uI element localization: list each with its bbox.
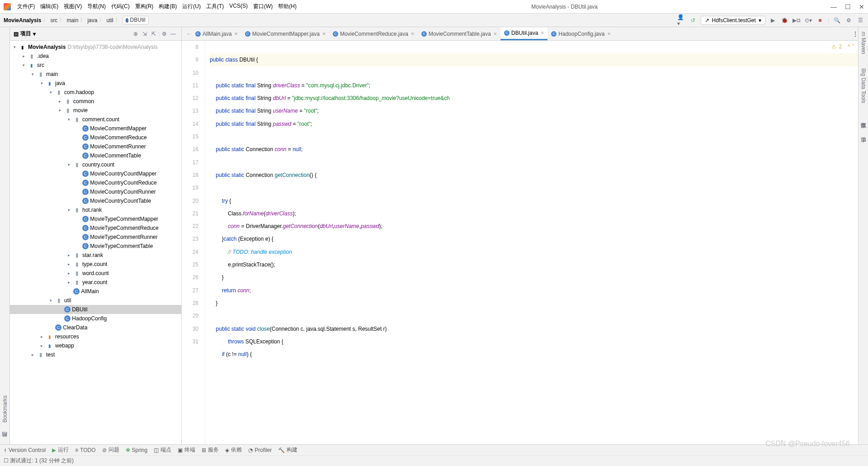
status-problems[interactable]: ⊘ 问题 (102, 446, 119, 454)
tree-class[interactable]: C MovieCountryCountTable (10, 196, 181, 205)
tab-close-left-icon[interactable]: ← (186, 31, 192, 37)
tree-class[interactable]: C AllMain (10, 287, 181, 296)
close-icon[interactable]: × (541, 30, 544, 36)
panel-title[interactable]: ▤ 项目 ▾ (14, 30, 36, 38)
tree-package[interactable]: ▾com.hadoop (10, 88, 181, 97)
search-icon[interactable]: 🔍 (833, 16, 841, 24)
status-version-control[interactable]: ᚼ Version Control (4, 447, 46, 453)
breadcrumb-root[interactable]: MovieAnalysis (4, 17, 41, 24)
select-file-icon[interactable]: ⊕ (131, 29, 140, 38)
sidebar-project[interactable]: 项目 (0, 29, 9, 34)
code-content[interactable]: public class DBUtil { public static fina… (205, 41, 858, 444)
tree-class[interactable]: C MovieTypeCommentReduce (10, 223, 181, 233)
menu-build[interactable]: 构建(B) (157, 2, 179, 11)
status-run[interactable]: ▶ 运行 (52, 446, 69, 454)
tree-package[interactable]: ▸word.count (10, 269, 181, 278)
tree-package[interactable]: ▸common (10, 97, 181, 106)
tree-class-selected[interactable]: C DBUtil (10, 305, 181, 314)
tree-package[interactable]: ▸star.rank (10, 251, 181, 260)
menu-tools[interactable]: 工具(T) (204, 2, 226, 11)
hide-icon[interactable]: — (169, 29, 178, 38)
menu-code[interactable]: 代码(C) (109, 2, 132, 11)
tab[interactable]: CAllMain.java× (192, 27, 241, 40)
tree-folder[interactable]: ▸▮resources (10, 332, 181, 341)
breadcrumb-item[interactable]: util (106, 17, 113, 24)
tree-class[interactable]: C MovieTypeCommentMapper (10, 214, 181, 223)
tree-package[interactable]: ▾country.count (10, 160, 181, 169)
tree-package[interactable]: ▾util (10, 296, 181, 305)
stop-icon[interactable]: ■ (816, 16, 824, 24)
tree-class[interactable]: C MovieCommentMapper (10, 124, 181, 133)
expand-all-icon[interactable]: ⇲ (140, 29, 149, 38)
menu-window[interactable]: 窗口(W) (251, 2, 274, 11)
breadcrumb-item[interactable]: src (50, 17, 57, 24)
project-tree[interactable]: ▾▮MovieAnalysisD:\rtsy\bysj\7738-code\Mo… (10, 41, 181, 444)
tree-class[interactable]: C MovieCountryCountMapper (10, 169, 181, 178)
ide-tools-icon[interactable]: ☰ (856, 16, 864, 24)
close-icon[interactable]: ✕ (859, 3, 864, 10)
status-spring[interactable]: ❃ Spring (126, 447, 148, 453)
menu-help[interactable]: 帮助(H) (276, 2, 298, 11)
sidebar-bigdata[interactable]: Big Data Tools (859, 66, 868, 106)
tree-folder[interactable]: ▾▮src (10, 61, 181, 70)
menu-vcs[interactable]: VCS(S) (227, 2, 250, 11)
status-profiler[interactable]: ◔ Profiler (248, 447, 272, 453)
tab[interactable]: CHadoopConfig.java× (547, 27, 614, 40)
user-icon[interactable]: 👤▾ (677, 16, 685, 24)
tree-folder[interactable]: ▾▮java (10, 79, 181, 88)
maximize-icon[interactable]: ☐ (845, 3, 851, 10)
tab[interactable]: CMovieCommentReduce.java× (329, 27, 418, 40)
sidebar-maven[interactable]: m Maven (859, 29, 868, 57)
tree-class[interactable]: C MovieCommentTable (10, 151, 181, 160)
collapse-all-icon[interactable]: ⇱ (149, 29, 158, 38)
tab-active[interactable]: CDBUtil.java× (500, 27, 547, 40)
tab-more-icon[interactable]: ⋮ (853, 31, 858, 37)
code-editor[interactable]: 8910111213141516171819202122232425262728… (182, 41, 858, 444)
close-icon[interactable]: × (411, 31, 414, 37)
tree-folder[interactable]: ▾main (10, 70, 181, 79)
breadcrumb-item[interactable]: java (87, 17, 97, 24)
breadcrumb-item[interactable]: main (66, 17, 78, 24)
tree-class[interactable]: C MovieTypeCommentRunner (10, 233, 181, 242)
tree-package[interactable]: ▾hot.rank (10, 205, 181, 214)
close-icon[interactable]: × (235, 31, 238, 37)
tree-class[interactable]: C MovieCountryCountRunner (10, 187, 181, 196)
sidebar-add[interactable]: 添加 (859, 130, 868, 135)
tree-class[interactable]: C MovieCountryCountReduce (10, 178, 181, 187)
menu-run[interactable]: 运行(U) (180, 2, 203, 11)
status-todo[interactable]: ≡ TODO (75, 447, 95, 453)
tree-package[interactable]: ▾comment.count (10, 115, 181, 124)
run-icon[interactable]: ▶ (769, 16, 777, 24)
tree-class[interactable]: C MovieCommentReduce (10, 133, 181, 142)
close-icon[interactable]: × (494, 31, 497, 37)
close-icon[interactable]: × (322, 31, 326, 37)
tab[interactable]: CMovieCommentMapper.java× (241, 27, 329, 40)
menu-view[interactable]: 视图(V) (62, 2, 84, 11)
tree-folder[interactable]: ▸test (10, 350, 181, 359)
close-icon[interactable]: × (607, 31, 610, 37)
status-services[interactable]: ⊞ 服务 (202, 446, 219, 454)
status-dependencies[interactable]: ◈ 依赖 (225, 446, 242, 454)
reload-icon[interactable]: ↺ (689, 16, 697, 24)
tree-root[interactable]: ▾▮MovieAnalysisD:\rtsy\bysj\7738-code\Mo… (10, 43, 181, 52)
status-terminal[interactable]: ▣ 终端 (178, 446, 195, 454)
tree-class[interactable]: C HadoopConfig (10, 314, 181, 323)
tree-package[interactable]: ▸type.count (10, 260, 181, 269)
settings-icon[interactable]: ⚙ (844, 16, 853, 24)
tree-class[interactable]: C ClearData (10, 323, 181, 332)
sidebar-structure[interactable]: 结构 (0, 439, 9, 444)
menu-edit[interactable]: 编辑(E) (38, 2, 60, 11)
tree-package[interactable]: ▾movie (10, 106, 181, 115)
sidebar-database[interactable]: 数据库 (859, 115, 868, 121)
tree-package[interactable]: ▸year.count (10, 278, 181, 287)
tree-class[interactable]: C MovieCommentRunner (10, 142, 181, 151)
debug-icon[interactable]: 🐞 (781, 16, 789, 24)
tab[interactable]: CMovieCommentTable.java× (418, 27, 500, 40)
breadcrumb-current[interactable]: C DBUtil (123, 16, 149, 24)
menu-refactor[interactable]: 重构(R) (133, 2, 156, 11)
coverage-icon[interactable]: ▶⧉ (793, 16, 801, 24)
menu-file[interactable]: 文件(F) (15, 2, 37, 11)
run-config-selector[interactable]: ↗ HdfsClient.testGet ▾ (701, 16, 765, 25)
sidebar-bookmarks[interactable]: Bookmarks (1, 393, 9, 425)
minimize-icon[interactable]: — (830, 3, 837, 10)
